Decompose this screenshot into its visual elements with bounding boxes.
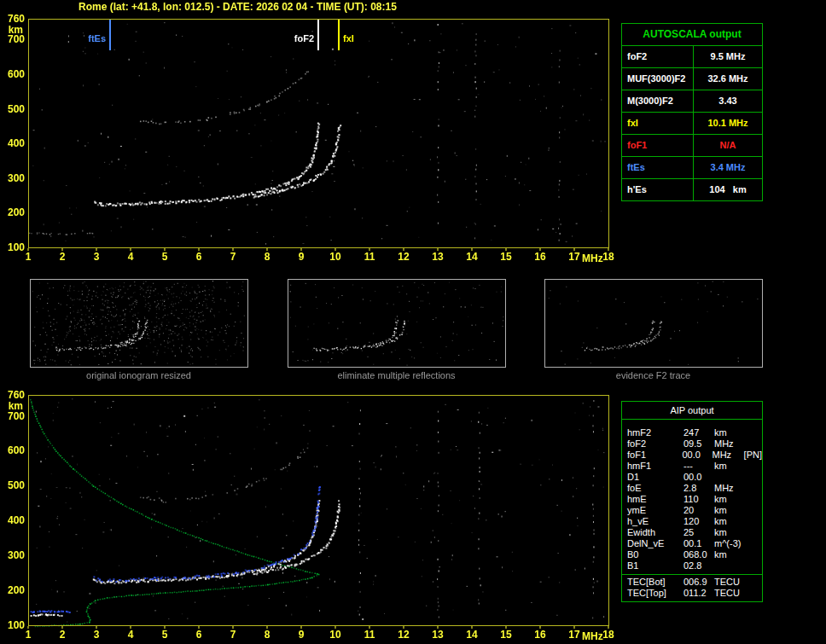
aip-output-table: AIP output hmF2247kmfoF209.5MHzfoF100.0M…: [621, 401, 763, 602]
aip-row-b0: B0068.0km: [622, 549, 762, 560]
aip-unit: km: [714, 427, 747, 438]
aip-value: 25: [683, 527, 714, 538]
aip-value: 120: [683, 516, 714, 527]
autoscala-window: Rome (lat: +41.8, lon: 012.5) - DATE: 20…: [0, 0, 826, 644]
parameter-label: MUF(3000)F2: [622, 68, 694, 90]
aip-unit: km: [714, 516, 747, 527]
aip-row-fof2: foF209.5MHz: [622, 438, 762, 450]
aip-tec-rows: TEC[Bot]006.9TECUTEC[Top]011.2TECU: [622, 577, 762, 599]
aip-table-header: AIP output: [622, 402, 762, 420]
autoscala-row-hes: h'Es104 km: [622, 179, 762, 200]
aip-note: [747, 538, 762, 549]
aip-note: [747, 461, 762, 472]
aip-row-ewidth: Ewidth25km: [622, 527, 762, 538]
autoscala-output-table: AUTOSCALA output foF29.5 MHzMUF(3000)F23…: [621, 23, 763, 201]
autoscala-row-m3000f2: M(3000)F23.43: [622, 90, 762, 113]
aip-value: 00.0: [682, 450, 712, 461]
aip-value: 00.1: [683, 538, 714, 549]
parameter-label: fxI: [622, 113, 694, 134]
aip-value: 247: [683, 427, 714, 438]
aip-label: D1: [627, 472, 683, 483]
thumb-caption-original: original ionogram resized: [30, 370, 247, 380]
aip-unit: TECU: [714, 588, 747, 599]
parameter-label: M(3000)F2: [622, 90, 694, 112]
autoscala-row-muf3000f2: MUF(3000)F232.6 MHz: [622, 68, 762, 90]
parameter-label: ftEs: [622, 157, 694, 178]
aip-row-foe: foE2.8MHz: [622, 483, 762, 494]
station-title: Rome (lat: +41.8, lon: 012.5) - DATE: 20…: [79, 1, 397, 13]
parameter-value: 104 km: [694, 179, 762, 200]
aip-value: 20: [683, 505, 714, 516]
aip-label: DelN_vE: [627, 538, 683, 549]
parameter-value: 3.4 MHz: [694, 157, 762, 178]
thumb-caption-evidence: evidence F2 trace: [544, 370, 762, 380]
parameter-label: foF1: [622, 135, 694, 156]
parameter-label: h'Es: [622, 179, 694, 200]
aip-row-d1: D100.0: [622, 472, 762, 483]
aip-value: 09.5: [683, 438, 714, 450]
aip-note: [747, 549, 762, 560]
aip-unit: MHz: [714, 438, 747, 450]
aip-note: [747, 505, 762, 516]
aip-value: 068.0: [683, 549, 714, 560]
aip-row-fof1: foF100.0MHz[PN]: [622, 450, 762, 461]
aip-value: 00.0: [683, 472, 714, 483]
aip-row-tectop: TEC[Top]011.2TECU: [622, 588, 762, 599]
aip-row-hve: h_vE120km: [622, 516, 762, 527]
aip-note: [PN]: [744, 450, 762, 461]
aip-note: [747, 438, 762, 450]
aip-label: TEC[Top]: [627, 588, 683, 599]
aip-row-tecbot: TEC[Bot]006.9TECU: [622, 577, 762, 588]
aip-table-rows: hmF2247kmfoF209.5MHzfoF100.0MHz[PN]hmF1-…: [622, 427, 762, 571]
aip-tec-separator: [622, 574, 762, 575]
aip-row-delnve: DelN_vE00.1m^(-3): [622, 538, 762, 549]
aip-note: [747, 516, 762, 527]
aip-unit: MHz: [713, 450, 744, 461]
aip-unit: km: [714, 505, 747, 516]
aip-note: [747, 483, 762, 494]
autoscala-row-ftes: ftEs3.4 MHz: [622, 157, 762, 179]
aip-value: 011.2: [683, 588, 714, 599]
aip-note: [747, 494, 762, 505]
aip-unit: km: [714, 461, 747, 472]
thumb-caption-eliminate: eliminate multiple reflections: [288, 370, 505, 380]
aip-row-hme: hmE110km: [622, 494, 762, 505]
autoscala-row-fof2: foF29.5 MHz: [622, 46, 762, 68]
aip-unit: m^(-3): [714, 538, 747, 549]
parameter-value: 10.1 MHz: [694, 113, 762, 134]
aip-note: [747, 588, 762, 599]
aip-unit: [714, 560, 747, 571]
aip-label: h_vE: [627, 516, 683, 527]
aip-unit: km: [714, 527, 747, 538]
aip-note: [747, 427, 762, 438]
aip-label: foE: [627, 483, 683, 494]
aip-row-b1: B102.8: [622, 560, 762, 571]
autoscala-table-rows: foF29.5 MHzMUF(3000)F232.6 MHzM(3000)F23…: [622, 46, 762, 200]
aip-note: [747, 560, 762, 571]
aip-label: B1: [627, 560, 683, 571]
aip-label: hmF1: [627, 461, 683, 472]
aip-note: [747, 577, 762, 588]
parameter-value: N/A: [694, 135, 762, 156]
aip-unit: km: [714, 549, 747, 560]
aip-unit: MHz: [714, 483, 747, 494]
aip-note: [747, 472, 762, 483]
autoscala-table-header: AUTOSCALA output: [622, 24, 762, 46]
aip-label: ymE: [627, 505, 683, 516]
parameter-value: 3.43: [694, 90, 762, 112]
parameter-value: 9.5 MHz: [694, 46, 762, 67]
autoscala-row-fof1: foF1N/A: [622, 135, 762, 157]
aip-unit: TECU: [714, 577, 747, 588]
aip-row-hmf1: hmF1---km: [622, 461, 762, 472]
aip-label: hmF2: [627, 427, 683, 438]
aip-row-yme: ymE20km: [622, 505, 762, 516]
aip-unit: [714, 472, 747, 483]
autoscala-row-fxi: fxI10.1 MHz: [622, 113, 762, 135]
aip-label: B0: [627, 549, 683, 560]
aip-value: 110: [683, 494, 714, 505]
aip-value: ---: [683, 461, 714, 472]
parameter-label: foF2: [622, 46, 694, 67]
aip-label: foF1: [627, 450, 682, 461]
aip-unit: km: [714, 494, 747, 505]
aip-label: foF2: [627, 438, 683, 450]
